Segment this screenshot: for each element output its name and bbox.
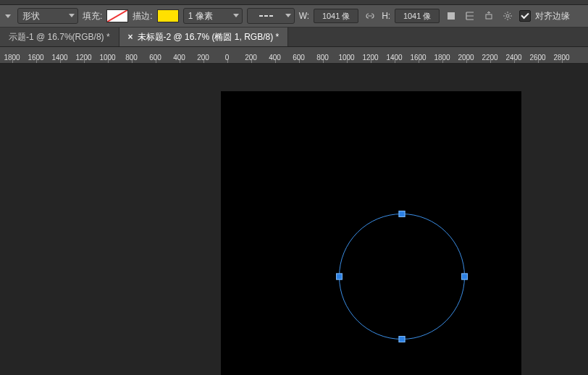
ruler-tick: 1400 — [48, 54, 72, 63]
tool-preset-dropdown[interactable] — [3, 9, 13, 23]
ruler-tick: 1000 — [96, 54, 119, 63]
menu-bar-placeholder — [0, 0, 588, 5]
canvas-stage[interactable] — [0, 64, 588, 375]
ruler-tick: 0 — [215, 54, 239, 63]
chevron-down-icon — [69, 14, 75, 17]
height-label: H: — [382, 11, 390, 21]
transform-handle-left[interactable] — [336, 274, 343, 280]
ruler-tick: 1800 — [0, 54, 24, 63]
chevron-down-icon — [285, 14, 291, 17]
ruler-tick: 1000 — [335, 54, 358, 63]
shape-mode-label: 形状 — [22, 10, 40, 22]
ruler-tick: 2400 — [502, 54, 526, 63]
ruler-tick: 1200 — [358, 54, 382, 63]
stroke-width-select[interactable]: 1 像素 — [183, 8, 243, 24]
arrange-icon[interactable] — [482, 9, 496, 23]
transform-handle-top[interactable] — [399, 211, 406, 217]
stroke-label: 描边: — [133, 10, 152, 22]
options-bar: 形状 填充: 描边: 1 像素 W: 1041 像 H: 1041 像 对齐边缘 — [0, 5, 588, 28]
ruler-tick: 1200 — [72, 54, 96, 63]
ruler-tick: 800 — [119, 54, 143, 63]
chevron-down-icon — [233, 14, 239, 17]
link-wh-icon[interactable] — [363, 9, 377, 23]
ruler-tick: 400 — [263, 54, 287, 63]
ruler-tick: 600 — [143, 54, 167, 63]
stroke-swatch[interactable] — [157, 9, 179, 22]
ellipse-outline — [339, 214, 465, 340]
ruler-tick: 400 — [167, 54, 191, 63]
ruler-tick: 1400 — [382, 54, 406, 63]
ruler-tick: 2200 — [478, 54, 502, 63]
doc-tab-label: 示题-1 @ 16.7%(RGB/8) * — [9, 31, 110, 43]
ruler-tick: 2600 — [526, 54, 550, 63]
ruler-tick: 200 — [239, 54, 263, 63]
dash-icon — [259, 15, 263, 17]
ruler-tick: 600 — [287, 54, 311, 63]
align-icon[interactable] — [463, 9, 477, 23]
ruler-tick: 2000 — [454, 54, 478, 63]
close-icon[interactable]: × — [128, 32, 133, 42]
ruler-tick: 1600 — [406, 54, 430, 63]
ruler-tick: 200 — [191, 54, 215, 63]
dash-icon — [269, 15, 273, 17]
stroke-width-value: 1 像素 — [188, 10, 213, 22]
transform-handle-bottom[interactable] — [399, 336, 406, 342]
stroke-style-select[interactable] — [247, 8, 295, 24]
path-ops-icon[interactable] — [444, 9, 458, 23]
fill-label: 填充: — [83, 10, 102, 22]
align-edges-label: 对齐边缘 — [535, 10, 570, 22]
svg-rect-0 — [448, 12, 455, 20]
svg-rect-1 — [486, 14, 492, 19]
document-tabs: 示题-1 @ 16.7%(RGB/8) * × 未标题-2 @ 16.7% (椭… — [0, 28, 588, 47]
ruler-tick: 2800 — [550, 54, 574, 63]
ruler-tick: 1600 — [24, 54, 48, 63]
fill-swatch[interactable] — [106, 9, 128, 22]
doc-tab-2[interactable]: × 未标题-2 @ 16.7% (椭圆 1, RGB/8) * — [119, 28, 289, 46]
shape-mode-select[interactable]: 形状 — [17, 8, 78, 24]
doc-tab-1[interactable]: 示题-1 @ 16.7%(RGB/8) * — [0, 28, 119, 46]
ruler-tick: 1800 — [430, 54, 454, 63]
dash-icon — [264, 15, 268, 17]
gear-icon[interactable] — [500, 9, 515, 23]
align-edges-checkbox[interactable] — [519, 10, 531, 22]
horizontal-ruler: 1800160014001200100080060040020002004006… — [0, 47, 588, 64]
width-input[interactable]: 1041 像 — [314, 9, 358, 23]
width-label: W: — [299, 11, 309, 21]
ruler-tick: 800 — [311, 54, 335, 63]
transform-handle-right[interactable] — [461, 274, 468, 280]
doc-tab-label: 未标题-2 @ 16.7% (椭圆 1, RGB/8) * — [138, 31, 280, 43]
ellipse-shape[interactable] — [339, 214, 465, 340]
height-input[interactable]: 1041 像 — [395, 9, 440, 23]
svg-point-2 — [506, 14, 509, 17]
